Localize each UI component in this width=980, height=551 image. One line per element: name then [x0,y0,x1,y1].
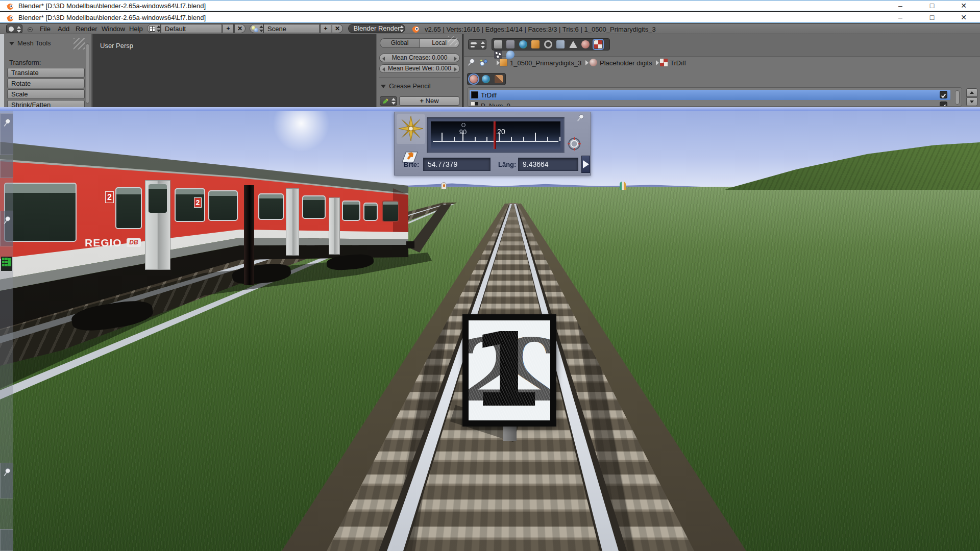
render-engine-select[interactable]: Blender Render [348,24,405,33]
train-window [4,183,77,242]
layout-browse-button[interactable] [147,24,161,33]
tab-object-icon[interactable] [531,40,540,48]
arrow-right-icon[interactable] [454,57,457,61]
dock-tab[interactable] [0,529,13,551]
sim-3d-view[interactable]: 2 2 REGIO DB 2 2 1 [0,111,980,551]
mean-crease-slider[interactable]: Mean Crease: 0.000 [379,54,460,62]
train-cab-window [382,201,399,222]
breadcrumb-object[interactable]: 1_0500_Primarydigits_3 [510,59,581,67]
title-bar-back[interactable]: Blender* [D:\3D Modellbau\blender-2.65a-… [0,0,980,11]
shrink-fatten-button[interactable]: Shrink/Fatten [7,100,85,107]
texture-slot-row[interactable]: P_Num_0 [470,101,950,107]
global-button[interactable]: Global [380,38,420,48]
texture-enable-checkbox[interactable] [940,102,947,107]
menu-render[interactable]: Render [76,25,97,33]
train-door [286,188,299,256]
add-layout-button[interactable]: + [223,24,234,33]
texture-slot-name: TrDiff [481,91,497,99]
menu-help[interactable]: Help [129,25,143,33]
east-label: O [457,122,470,128]
orientation-toggle: Global Local [380,38,459,48]
texture-slot-row-selected[interactable]: TrDiff [470,90,950,100]
dock-tab[interactable] [0,463,13,498]
delete-layout-button[interactable]: ✕ [234,24,246,33]
dock-tab[interactable] [0,113,13,155]
editor-type-button[interactable] [468,39,486,49]
tab-scene-icon[interactable] [506,40,514,48]
compass-button[interactable] [397,114,425,144]
new-label: New [426,97,439,105]
tab-data-icon[interactable] [569,41,577,48]
minimize-button[interactable]: – [889,1,912,11]
texture-slot-list: TrDiff P_Num_0 [467,87,962,107]
grease-pencil-new-button[interactable]: + New [399,96,459,106]
collapse-menus-icon[interactable] [28,27,33,32]
slot-move-up-button[interactable] [966,88,977,97]
globe-target-icon[interactable] [567,137,581,151]
latitude-field[interactable]: 54.77379 [423,158,491,171]
pin-icon[interactable] [574,112,586,124]
editor-type-button[interactable] [6,24,22,33]
list-scrollbar[interactable] [955,90,960,105]
layout-name-field[interactable]: Default [161,24,222,33]
menu-add[interactable]: Add [58,25,69,33]
minimize-button[interactable]: – [889,13,912,22]
tab-world-icon[interactable] [519,40,527,48]
rotate-button[interactable]: Rotate [7,79,85,88]
translate-button[interactable]: Translate [7,68,85,78]
scale-button[interactable]: Scale [7,89,85,99]
delete-scene-button[interactable]: ✕ [332,24,343,33]
grease-pencil-header[interactable]: Grease Pencil [381,82,431,90]
longitude-field[interactable]: 9.43664 [518,158,578,171]
arrow-right-icon[interactable] [454,67,457,71]
tool-shelf-scrollbar[interactable] [86,43,89,104]
heading-gauge-frame: O 90 120 [427,117,565,153]
grease-pencil-mode-button[interactable] [380,96,397,106]
go-button[interactable] [581,156,590,173]
pin-icon[interactable] [465,56,477,68]
dock-grid-icon[interactable] [1,257,12,271]
menu-file[interactable]: File [40,25,51,33]
texture-enable-checkbox[interactable] [940,91,947,98]
breadcrumb-texture[interactable]: TrDiff [670,59,686,67]
tab-constraints-icon[interactable] [544,40,552,48]
tab-physics-icon[interactable] [506,51,514,59]
mean-bevel-slider[interactable]: Mean Bevel Wei: 0.000 [379,64,460,73]
maximize-button[interactable]: □ [921,1,943,11]
panel-resize-grip[interactable] [74,38,85,49]
slot-move-down-button[interactable] [966,97,977,106]
tab-modifiers-icon[interactable] [556,40,565,48]
close-button[interactable]: ✕ [952,13,975,22]
panel-resize-grip[interactable] [448,36,457,45]
scene-name-field[interactable]: Scene [263,24,320,33]
add-scene-button[interactable]: + [320,24,331,33]
dock-tab[interactable] [0,160,13,178]
menu-window[interactable]: Window [102,25,125,33]
chevron-down-icon [391,102,396,105]
dock-tab[interactable] [0,211,13,246]
mesh-tools-header[interactable]: Mesh Tools [9,39,51,47]
tab-render-icon[interactable] [494,40,502,48]
material-sphere-icon [590,59,597,66]
texture-context-brush-icon[interactable] [495,75,503,83]
breadcrumb-material[interactable]: Placeholder digits [600,59,652,67]
mean-bevel-value: Mean Bevel Wei: 0.000 [388,65,451,72]
object-cube-icon [500,59,507,66]
texture-context-material-icon[interactable] [470,75,478,83]
check-icon [941,93,946,98]
scene-browse-button[interactable] [250,24,263,33]
arrow-left-icon[interactable] [382,67,385,71]
train-coupler [406,241,414,248]
track-number-sign: 2 2 1 [462,314,556,427]
title-bar-front[interactable]: Blender* [D:\3D Modellbau\blender-2.65a-… [0,12,980,23]
arrow-left-icon[interactable] [382,57,385,61]
tab-material-icon[interactable] [581,40,590,48]
maximize-button[interactable]: □ [921,13,943,22]
node-molecule-icon[interactable] [479,59,489,67]
tab-particles-icon[interactable] [494,51,502,59]
transform-label: Transform: [9,59,41,66]
tab-texture-icon[interactable] [594,40,602,48]
close-button[interactable]: ✕ [952,1,975,11]
texture-context-world-icon[interactable] [482,75,490,83]
window-title: Blender* [D:\3D Modellbau\blender-2.65a-… [18,14,206,21]
